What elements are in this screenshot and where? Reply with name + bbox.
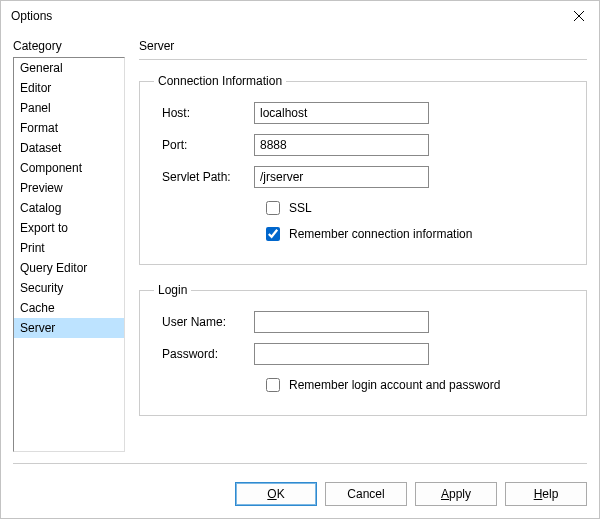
login-legend: Login xyxy=(154,283,191,297)
servlet-path-input[interactable] xyxy=(254,166,429,188)
port-label: Port: xyxy=(154,138,254,152)
username-input[interactable] xyxy=(254,311,429,333)
help-button[interactable]: Help xyxy=(505,482,587,506)
category-item-dataset[interactable]: Dataset xyxy=(14,138,124,158)
category-item-panel[interactable]: Panel xyxy=(14,98,124,118)
page-title-separator xyxy=(139,59,587,60)
port-input[interactable] xyxy=(254,134,429,156)
category-item-general[interactable]: General xyxy=(14,58,124,78)
close-button[interactable] xyxy=(559,1,599,31)
ssl-checkbox[interactable] xyxy=(266,201,280,215)
category-heading: Category xyxy=(13,39,125,53)
connection-legend: Connection Information xyxy=(154,74,286,88)
category-item-security[interactable]: Security xyxy=(14,278,124,298)
category-item-server[interactable]: Server xyxy=(14,318,124,338)
servlet-path-label: Servlet Path: xyxy=(154,170,254,184)
remember-login-label[interactable]: Remember login account and password xyxy=(289,378,500,392)
category-item-editor[interactable]: Editor xyxy=(14,78,124,98)
button-separator xyxy=(13,463,587,464)
client-area: Category GeneralEditorPanelFormatDataset… xyxy=(1,31,599,518)
cancel-button[interactable]: Cancel xyxy=(325,482,407,506)
ok-button[interactable]: OK xyxy=(235,482,317,506)
window-title: Options xyxy=(11,9,52,23)
password-input[interactable] xyxy=(254,343,429,365)
remember-connection-label[interactable]: Remember connection information xyxy=(289,227,472,241)
remember-connection-checkbox[interactable] xyxy=(266,227,280,241)
category-list: GeneralEditorPanelFormatDatasetComponent… xyxy=(13,57,125,452)
apply-button[interactable]: Apply xyxy=(415,482,497,506)
ssl-label[interactable]: SSL xyxy=(289,201,312,215)
category-item-export-to[interactable]: Export to xyxy=(14,218,124,238)
close-icon xyxy=(574,11,584,21)
category-item-cache[interactable]: Cache xyxy=(14,298,124,318)
dialog-buttons: OK Cancel Apply Help xyxy=(235,482,587,506)
host-label: Host: xyxy=(154,106,254,120)
category-item-catalog[interactable]: Catalog xyxy=(14,198,124,218)
category-item-component[interactable]: Component xyxy=(14,158,124,178)
remember-login-checkbox[interactable] xyxy=(266,378,280,392)
page-title: Server xyxy=(139,39,587,53)
password-label: Password: xyxy=(154,347,254,361)
title-bar: Options xyxy=(1,1,599,31)
login-group: Login User Name: Password: Remember logi… xyxy=(139,283,587,416)
connection-group: Connection Information Host: Port: Servl… xyxy=(139,74,587,265)
category-item-format[interactable]: Format xyxy=(14,118,124,138)
host-input[interactable] xyxy=(254,102,429,124)
category-item-query-editor[interactable]: Query Editor xyxy=(14,258,124,278)
username-label: User Name: xyxy=(154,315,254,329)
category-item-print[interactable]: Print xyxy=(14,238,124,258)
category-item-preview[interactable]: Preview xyxy=(14,178,124,198)
